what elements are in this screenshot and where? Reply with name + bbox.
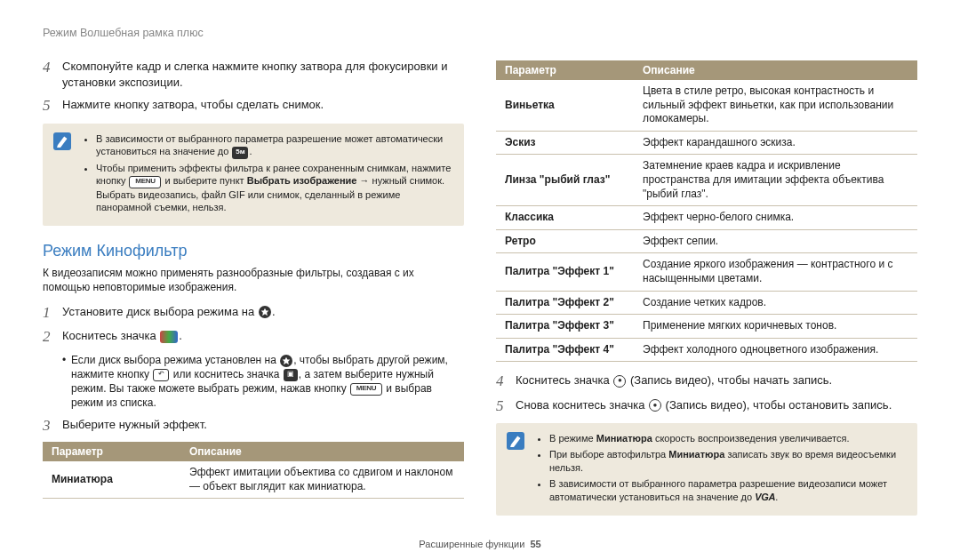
param-table-right: Параметр Описание ВиньеткаЦвета в стиле …	[496, 60, 917, 362]
note-item: В режиме Миниатюра скорость воспроизведе…	[549, 432, 907, 445]
table-cell-desc: Эффект холодного одноцветного изображени…	[634, 338, 917, 362]
step-4b: 4 Коснитесь значка ● (Запись видео), что…	[496, 372, 917, 390]
note-text: и выберите пункт	[162, 175, 246, 186]
param-table-left: Параметр Описание Миниатюра Эффект имита…	[43, 442, 464, 499]
page-number: 55	[530, 539, 540, 549]
record-icon: ●	[649, 399, 661, 412]
table-row: Палитра "Эффект 4"Эффект холодного одноц…	[496, 338, 917, 362]
step-text-part: .	[272, 305, 276, 318]
step-number: 4	[43, 59, 55, 90]
table-cell-desc: Эффект черно-белого снимка.	[634, 206, 917, 230]
step-text: Снова коснитесь значка ● (Запись видео),…	[516, 397, 917, 415]
step-5b: 5 Снова коснитесь значка ● (Запись видео…	[496, 397, 917, 415]
table-cell-desc: Создание яркого изображения — контрастно…	[634, 253, 917, 291]
note-box-2: В режиме Миниатюра скорость воспроизведе…	[496, 423, 917, 515]
section-heading: Режим Кинофильтр	[43, 242, 464, 260]
back-button-icon: ↶	[153, 369, 169, 381]
step-number: 1	[43, 304, 55, 322]
mode-dial-s-icon	[259, 306, 271, 318]
table-row: ВиньеткаЦвета в стиле ретро, высокая кон…	[496, 80, 917, 131]
note-text: .	[249, 146, 252, 156]
step-5: 5 Нажмите кнопку затвора, чтобы сделать …	[43, 97, 464, 115]
step-2: 2 Коснитесь значка .	[43, 328, 464, 346]
table-row: РетроЭффект сепии.	[496, 229, 917, 253]
camera-icon: ▣	[284, 369, 298, 381]
record-icon: ●	[613, 375, 626, 388]
step-number: 3	[43, 417, 55, 435]
table-header-param: Параметр	[496, 60, 634, 80]
step-text-part: (Запись видео), чтобы остановить запись.	[662, 398, 892, 412]
note-text-bold: Миниатюра	[596, 433, 652, 444]
step-number: 5	[43, 97, 55, 115]
note-item: Чтобы применить эффекты фильтра к ранее …	[96, 162, 453, 215]
table-cell-param: Палитра "Эффект 3"	[496, 315, 634, 339]
step-text-part: Снова коснитесь значка	[516, 398, 648, 412]
step-text-part: Коснитесь значка	[516, 373, 612, 387]
table-cell-param: Ретро	[496, 229, 634, 253]
note-text: В режиме	[549, 433, 596, 444]
table-cell-desc: Эффект карандашного эскиза.	[634, 131, 917, 155]
table-row: Миниатюра Эффект имитации объектива со с…	[43, 461, 464, 499]
bullet-text: или коснитесь значка	[170, 368, 282, 380]
note-icon	[53, 132, 71, 150]
table-cell-param: Палитра "Эффект 1"	[496, 253, 634, 291]
step-4: 4 Скомпонуйте кадр и слегка нажмите кноп…	[43, 59, 464, 90]
step-text-part: Коснитесь значка	[62, 329, 159, 342]
menu-button-icon: MENU	[129, 176, 161, 188]
note-text-bold: Миниатюра	[668, 449, 724, 460]
note-text: В зависимости от выбранного параметра ра…	[549, 478, 887, 502]
table-row: Линза "рыбий глаз"Затемнение краев кадра…	[496, 155, 917, 206]
table-row: Палитра "Эффект 3"Применение мягких кори…	[496, 315, 917, 339]
table-cell-desc: Применение мягких коричневых тонов.	[634, 315, 917, 339]
table-cell-param: Эскиз	[496, 131, 634, 155]
table-cell-param: Палитра "Эффект 2"	[496, 291, 634, 315]
table-header-desc: Описание	[180, 442, 464, 461]
table-cell-desc: Затемнение краев кадра и искривление про…	[634, 155, 917, 206]
table-row: ЭскизЭффект карандашного эскиза.	[496, 131, 917, 155]
table-cell-desc: Создание четких кадров.	[634, 291, 917, 315]
note-text-bold: Выбрать изображение	[247, 175, 357, 186]
vga-badge: VGA	[755, 492, 775, 502]
note-icon	[507, 432, 524, 450]
section-intro: К видеозаписям можно применять разнообра…	[43, 266, 464, 294]
step-3: 3 Выберите нужный эффект.	[43, 417, 464, 435]
page-footer: Расширенные функции 55	[0, 539, 960, 549]
step-text: Выберите нужный эффект.	[62, 417, 464, 435]
note-box-1: В зависимости от выбранного параметра ра…	[43, 124, 464, 227]
table-cell-param: Линза "рыбий глаз"	[496, 155, 634, 206]
table-cell-param: Палитра "Эффект 4"	[496, 338, 634, 362]
note-text: .	[775, 492, 778, 502]
filter-mode-icon	[160, 331, 178, 343]
table-row: КлассикаЭффект черно-белого снимка.	[496, 206, 917, 230]
step-number: 2	[43, 328, 55, 346]
step-text-part: Установите диск выбора режима на	[62, 305, 258, 318]
note-item: При выборе автофильтра Миниатюра записат…	[549, 448, 907, 475]
table-cell-desc: Цвета в стиле ретро, высокая контрастнос…	[634, 80, 917, 131]
table-row: Палитра "Эффект 2"Создание четких кадров…	[496, 291, 917, 315]
size-badge-icon: 5м	[232, 147, 248, 159]
table-row: Палитра "Эффект 1"Создание яркого изобра…	[496, 253, 917, 291]
table-header-desc: Описание	[634, 60, 917, 80]
table-cell-param: Виньетка	[496, 80, 634, 131]
table-cell-param: Миниатюра	[43, 461, 180, 499]
step-text: Установите диск выбора режима на .	[62, 304, 464, 322]
note-text: В зависимости от выбранного параметра ра…	[96, 133, 443, 157]
note-text: При выборе автофильтра	[549, 449, 668, 460]
note-item: В зависимости от выбранного параметра ра…	[96, 132, 453, 159]
table-cell-desc: Эффект имитации объектива со сдвигом и н…	[180, 461, 464, 499]
step-text-part: (Запись видео), чтобы начать запись.	[627, 373, 832, 387]
step-text-part: .	[179, 329, 182, 342]
left-column: 4 Скомпонуйте кадр и слегка нажмите кноп…	[43, 59, 464, 532]
step-text: Нажмите кнопку затвора, чтобы сделать сн…	[62, 97, 464, 115]
table-header-param: Параметр	[43, 442, 180, 461]
table-cell-param: Классика	[496, 206, 634, 230]
page-header: Режим Волшебная рамка плюс	[43, 27, 917, 39]
step-text: Скомпонуйте кадр и слегка нажмите кнопку…	[62, 59, 464, 90]
menu-button-icon: MENU	[350, 383, 382, 396]
table-cell-desc: Эффект сепии.	[634, 229, 917, 253]
footer-label: Расширенные функции	[419, 539, 524, 549]
step-1: 1 Установите диск выбора режима на .	[43, 304, 464, 322]
sub-bullet: Если диск выбора режима установлен на , …	[62, 353, 464, 411]
bullet-text: Если диск выбора режима установлен на	[71, 354, 279, 366]
mode-dial-s-icon	[280, 355, 292, 367]
